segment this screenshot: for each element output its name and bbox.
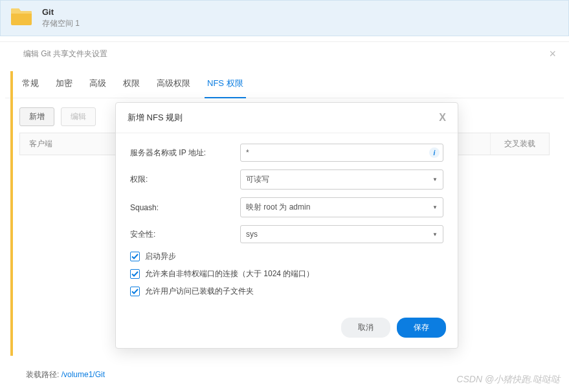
security-label: 安全性: <box>130 229 240 240</box>
nonpriv-checkbox[interactable] <box>130 269 140 279</box>
info-icon[interactable]: i <box>429 147 440 158</box>
subfolders-checkbox[interactable] <box>130 287 140 296</box>
watermark: CSDN @小猪快跑.哒哒哒 <box>456 374 560 386</box>
nfs-rule-modal: 新增 NFS 规则 X 服务器名称或 IP 地址: i 权限: 可读写 ▼ <box>115 102 458 349</box>
modal-backdrop: 新增 NFS 规则 X 服务器名称或 IP 地址: i 权限: 可读写 ▼ <box>0 0 569 392</box>
squash-select[interactable]: 映射 root 为 admin ▼ <box>240 197 443 217</box>
chevron-down-icon: ▼ <box>432 204 438 210</box>
async-checkbox[interactable] <box>130 252 140 261</box>
nonpriv-label: 允许来自非特权端口的连接（大于 1024 的端口） <box>145 268 314 279</box>
modal-title: 新增 NFS 规则 <box>128 112 183 124</box>
squash-label: Squash: <box>130 203 240 212</box>
host-input[interactable] <box>240 144 443 162</box>
squash-value: 映射 root 为 admin <box>246 202 310 213</box>
chevron-down-icon: ▼ <box>432 177 438 182</box>
security-select[interactable]: sys ▼ <box>240 225 443 243</box>
cancel-button[interactable]: 取消 <box>341 318 390 338</box>
perm-label: 权限: <box>130 174 240 185</box>
async-label: 启动异步 <box>145 251 176 262</box>
modal-close-icon[interactable]: X <box>439 112 446 124</box>
save-button[interactable]: 保存 <box>397 318 446 338</box>
perm-select[interactable]: 可读写 ▼ <box>240 169 443 190</box>
host-label: 服务器名称或 IP 地址: <box>130 147 240 158</box>
perm-value: 可读写 <box>246 174 269 185</box>
chevron-down-icon: ▼ <box>432 232 438 237</box>
security-value: sys <box>246 230 258 239</box>
subfolders-label: 允许用户访问已装载的子文件夹 <box>145 286 254 297</box>
